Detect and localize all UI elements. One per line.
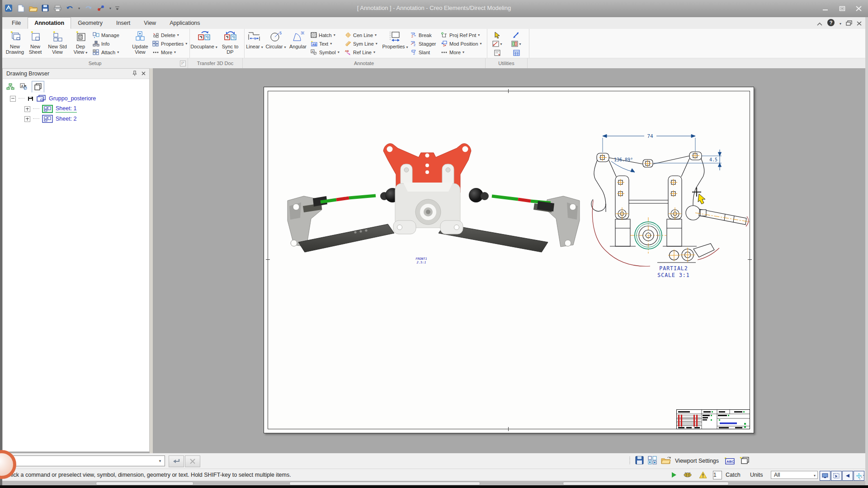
debug-bug-icon[interactable] bbox=[683, 472, 692, 478]
proj-ref-pnt-button[interactable]: Proj Ref Pnt▾ bbox=[439, 31, 487, 39]
dep-view-button[interactable]: Dep View ▾ bbox=[70, 29, 91, 57]
stagger-button[interactable]: 2 Stagger bbox=[408, 39, 439, 48]
manage-button[interactable]: Manage bbox=[91, 31, 130, 39]
new-drawing-button[interactable]: New Drawing bbox=[4, 29, 26, 57]
select-tool-button[interactable] bbox=[494, 32, 501, 38]
filter-combobox[interactable]: All▾ bbox=[771, 471, 818, 479]
tab-view[interactable]: View bbox=[137, 17, 163, 29]
tab-applications[interactable]: Applications bbox=[163, 17, 207, 29]
help-dropdown-caret[interactable]: ▾ bbox=[840, 22, 841, 26]
save-icon[interactable] bbox=[40, 3, 50, 13]
browser-close-icon[interactable] bbox=[142, 70, 146, 77]
text-button[interactable]: AB Text▾ bbox=[309, 39, 343, 48]
break-button[interactable]: 2 Break bbox=[408, 31, 439, 39]
filter-annotations-icon[interactable]: A bbox=[18, 81, 30, 92]
save-viewport-icon[interactable] bbox=[635, 456, 644, 466]
expand-toggle-icon[interactable] bbox=[24, 116, 30, 122]
tree-root-row[interactable]: Gruppo_posteriore bbox=[10, 95, 96, 102]
tree-sheet1-row[interactable]: Sheet: 1 bbox=[24, 105, 77, 113]
more-annotate-button[interactable]: More▾ bbox=[439, 48, 487, 56]
calculator-tool-button[interactable] bbox=[513, 50, 520, 56]
transform-tool-button[interactable] bbox=[513, 32, 520, 38]
warning-icon[interactable] bbox=[699, 471, 707, 479]
angular-dimension-button[interactable]: 30 Angular bbox=[287, 29, 309, 57]
tab-insert[interactable]: Insert bbox=[109, 17, 137, 29]
command-cancel-button[interactable] bbox=[185, 455, 200, 467]
redo-icon[interactable] bbox=[84, 3, 94, 13]
drawing-canvas[interactable]: FRONT1 2.5:1 bbox=[153, 68, 865, 453]
new-document-icon[interactable] bbox=[16, 3, 26, 13]
dimension-tool-icon[interactable] bbox=[96, 3, 106, 13]
cascade-windows-icon[interactable] bbox=[846, 19, 852, 28]
structure-view-icon[interactable] bbox=[5, 81, 16, 92]
app-logo-icon[interactable] bbox=[4, 3, 14, 13]
detail-2d-view[interactable]: 74 136.89° 4.5 bbox=[590, 132, 774, 281]
setup-dialog-launcher[interactable]: ◸ bbox=[180, 61, 186, 66]
close-button[interactable] bbox=[856, 5, 862, 13]
catch-label[interactable]: Catch bbox=[726, 472, 741, 478]
info-button[interactable]: Info bbox=[91, 39, 130, 48]
copy-sheet-icon[interactable] bbox=[739, 456, 750, 466]
mod-position-button[interactable]: 5 Mod Position▾ bbox=[439, 39, 487, 48]
collapse-ribbon-icon[interactable] bbox=[817, 19, 822, 28]
tab-geometry[interactable]: Geometry bbox=[71, 17, 109, 29]
open-viewport-icon[interactable] bbox=[661, 456, 671, 465]
more-setup-button[interactable]: More▾ bbox=[151, 48, 189, 56]
measure-tool-button[interactable]: ▾ bbox=[492, 41, 502, 47]
symbol-button[interactable]: A Symbol▾ bbox=[309, 48, 343, 56]
resize-grip[interactable] bbox=[859, 474, 864, 480]
toolbar-drag-handle[interactable] bbox=[628, 456, 631, 466]
sheets-view-icon[interactable] bbox=[32, 81, 44, 93]
abc-annotation-icon[interactable]: ABC bbox=[723, 456, 735, 466]
tree-root-label[interactable]: Gruppo_posteriore bbox=[49, 95, 96, 102]
tree-sheet2-row[interactable]: Sheet: 2 bbox=[24, 115, 77, 123]
previous-view-icon[interactable] bbox=[842, 471, 853, 481]
close-document-icon[interactable] bbox=[857, 19, 862, 28]
viewport-layout-icon[interactable] bbox=[648, 456, 657, 466]
tree-sheet2-label[interactable]: Sheet: 2 bbox=[56, 116, 77, 122]
units-label[interactable]: Units bbox=[750, 472, 763, 478]
circular-dimension-button[interactable]: 5 Circular ▾ bbox=[264, 29, 287, 57]
linear-dimension-button[interactable]: 5 Linear ▾ bbox=[245, 29, 264, 57]
tab-annotation[interactable]: Annotation bbox=[28, 17, 71, 29]
command-enter-button[interactable] bbox=[169, 455, 184, 467]
sync-to-dp-button[interactable]: Sync to DP bbox=[218, 29, 242, 57]
expand-toggle-icon[interactable] bbox=[24, 106, 30, 112]
update-view-button[interactable]: Update View bbox=[130, 29, 151, 57]
undo-icon[interactable] bbox=[65, 3, 75, 13]
cen-line-button[interactable]: Cen Line▾ bbox=[343, 31, 382, 39]
pin-icon[interactable] bbox=[132, 70, 137, 77]
tool-dropdown-caret[interactable]: ▾ bbox=[108, 3, 113, 13]
show-monitor-icon[interactable] bbox=[820, 471, 830, 481]
select-region-icon[interactable] bbox=[831, 471, 842, 481]
new-std-view-button[interactable]: New Std View bbox=[45, 29, 70, 57]
print-icon[interactable] bbox=[52, 3, 62, 13]
restore-button[interactable] bbox=[839, 5, 845, 13]
command-input[interactable]: ▾ bbox=[6, 455, 165, 466]
hatch-button[interactable]: Hatch▾ bbox=[309, 31, 343, 39]
attach-button[interactable]: Attach▾ bbox=[91, 48, 130, 56]
open-folder-icon[interactable] bbox=[28, 3, 38, 13]
ref-line-button[interactable]: AB Ref Line▾ bbox=[343, 48, 382, 56]
properties-button[interactable]: Properties▾ bbox=[151, 39, 189, 48]
tab-file[interactable]: File bbox=[5, 17, 28, 29]
viewport-tool-button[interactable]: ▾ bbox=[511, 41, 521, 47]
undo-dropdown-caret[interactable]: ▾ bbox=[77, 3, 81, 13]
sym-line-button[interactable]: Sym Line▾ bbox=[343, 39, 382, 48]
dimension-properties-button[interactable]: Properties ▾ bbox=[382, 29, 408, 57]
customize-qat-icon[interactable] bbox=[115, 3, 119, 13]
collapse-toggle-icon[interactable] bbox=[10, 96, 16, 102]
play-macro-icon[interactable] bbox=[671, 472, 677, 478]
slant-button[interactable]: 2 Slant bbox=[408, 48, 439, 56]
catch-count-box[interactable]: 1 bbox=[713, 471, 722, 479]
docuplane-button[interactable]: Docuplane ▾ bbox=[190, 29, 218, 57]
notes-tool-button[interactable] bbox=[494, 50, 501, 56]
new-sheet-button[interactable]: New Sheet bbox=[26, 29, 45, 57]
tree-sheet1-label[interactable]: Sheet: 1 bbox=[56, 105, 77, 113]
help-icon[interactable]: ? bbox=[827, 19, 835, 28]
minimize-button[interactable] bbox=[822, 5, 829, 13]
shaded-3d-view[interactable] bbox=[283, 138, 586, 258]
command-dropdown-caret[interactable]: ▾ bbox=[156, 456, 164, 465]
delete-button[interactable]: Delete▾ bbox=[151, 31, 189, 39]
drawing-sheet[interactable]: FRONT1 2.5:1 bbox=[264, 87, 754, 433]
